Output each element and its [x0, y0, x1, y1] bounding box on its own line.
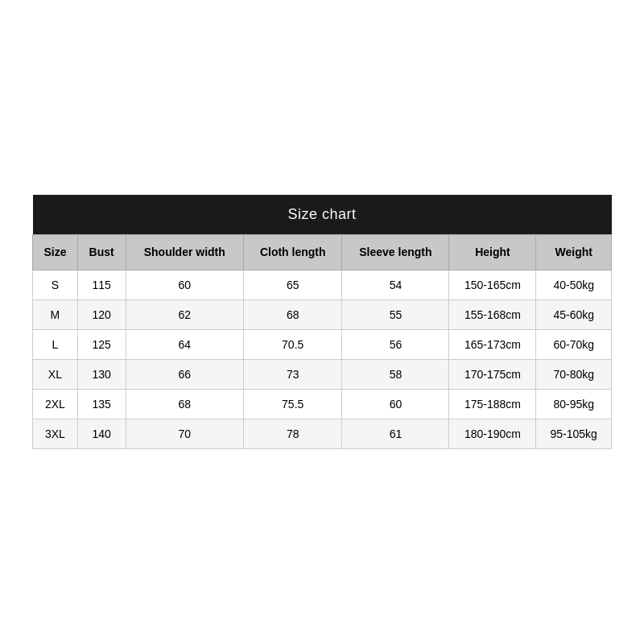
table-cell: 61: [342, 419, 449, 448]
table-cell: 58: [342, 359, 449, 389]
table-cell: 60: [126, 270, 244, 299]
size-chart-container: Size chart Size Bust Shoulder width Clot…: [32, 195, 612, 448]
table-cell: 170-175cm: [449, 359, 536, 389]
page-wrapper: Size chart Size Bust Shoulder width Clot…: [0, 0, 644, 644]
table-cell: 135: [77, 389, 126, 419]
table-cell: 68: [126, 389, 244, 419]
header-row: Size Bust Shoulder width Cloth length Sl…: [33, 235, 612, 270]
table-cell: 60: [342, 389, 449, 419]
table-cell: 73: [244, 359, 342, 389]
table-cell: 65: [244, 270, 342, 299]
chart-title: Size chart: [33, 195, 612, 235]
table-row: 3XL140707861180-190cm95-105kg: [33, 419, 612, 448]
table-cell: 95-105kg: [536, 419, 612, 448]
table-cell: 80-95kg: [536, 389, 612, 419]
table-row: M120626855155-168cm45-60kg: [33, 299, 612, 329]
table-cell: 165-173cm: [449, 329, 536, 359]
table-cell: 155-168cm: [449, 299, 536, 329]
header-height: Height: [449, 235, 536, 270]
table-cell: 175-188cm: [449, 389, 536, 419]
table-cell: 62: [126, 299, 244, 329]
table-cell: S: [33, 270, 78, 299]
header-cloth-length: Cloth length: [244, 235, 342, 270]
table-cell: 120: [77, 299, 126, 329]
table-cell: 180-190cm: [449, 419, 536, 448]
table-cell: L: [33, 329, 78, 359]
table-cell: 78: [244, 419, 342, 448]
table-cell: 3XL: [33, 419, 78, 448]
table-cell: 40-50kg: [536, 270, 612, 299]
header-shoulder-width: Shoulder width: [126, 235, 244, 270]
table-body: S115606554150-165cm40-50kgM120626855155-…: [33, 270, 612, 448]
table-cell: 70.5: [244, 329, 342, 359]
table-cell: 125: [77, 329, 126, 359]
header-size: Size: [33, 235, 78, 270]
table-cell: 70: [126, 419, 244, 448]
table-cell: 64: [126, 329, 244, 359]
table-cell: 75.5: [244, 389, 342, 419]
size-chart-table: Size chart Size Bust Shoulder width Clot…: [32, 195, 612, 448]
table-cell: 115: [77, 270, 126, 299]
table-cell: 70-80kg: [536, 359, 612, 389]
table-cell: 2XL: [33, 389, 78, 419]
table-cell: M: [33, 299, 78, 329]
table-cell: 55: [342, 299, 449, 329]
table-cell: 60-70kg: [536, 329, 612, 359]
table-cell: 68: [244, 299, 342, 329]
table-cell: 45-60kg: [536, 299, 612, 329]
table-row: L1256470.556165-173cm60-70kg: [33, 329, 612, 359]
table-cell: 140: [77, 419, 126, 448]
table-cell: 150-165cm: [449, 270, 536, 299]
title-row: Size chart: [33, 195, 612, 235]
table-cell: 130: [77, 359, 126, 389]
table-cell: 66: [126, 359, 244, 389]
table-cell: 56: [342, 329, 449, 359]
table-row: XL130667358170-175cm70-80kg: [33, 359, 612, 389]
table-cell: 54: [342, 270, 449, 299]
table-cell: XL: [33, 359, 78, 389]
header-bust: Bust: [77, 235, 126, 270]
header-sleeve-length: Sleeve length: [342, 235, 449, 270]
table-row: 2XL1356875.560175-188cm80-95kg: [33, 389, 612, 419]
table-row: S115606554150-165cm40-50kg: [33, 270, 612, 299]
header-weight: Weight: [536, 235, 612, 270]
